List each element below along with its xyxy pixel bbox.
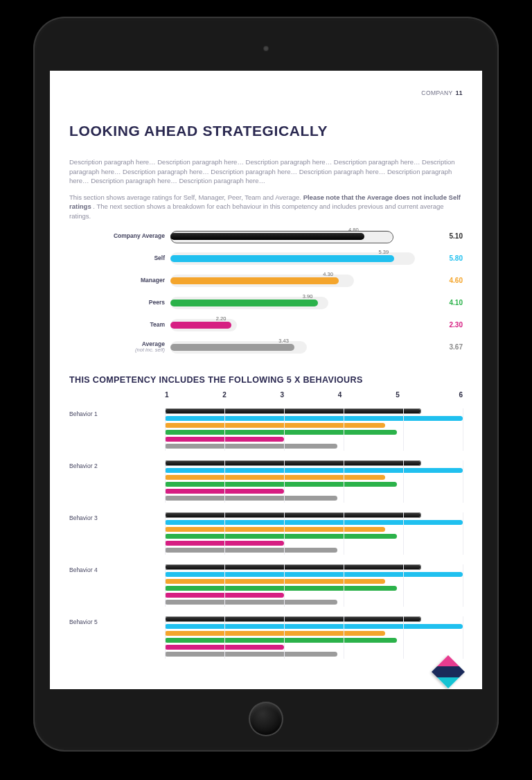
gridline [284,512,285,555]
gridline [403,512,404,555]
gridline [344,460,344,503]
summary-row-score: 4.60 [425,276,463,286]
behaviour-bars [165,564,463,607]
gridline [165,408,166,451]
description-paragraph: Description paragraph here… Description … [69,157,463,186]
gridline [224,408,225,451]
behaviour-bar-gray [165,496,337,501]
summary-row-score: 5.80 [425,254,463,264]
gridline [224,460,225,503]
behaviour-bar-green [165,534,397,539]
axis-tick: 1 [165,390,222,401]
behaviours-title: THIS COMPETENCY INCLUDES THE FOLLOWING 5… [69,374,463,386]
behaviour-row: Behavior 3 [69,512,463,555]
axis-tick: 3 [281,390,338,401]
behaviour-bar-green [165,638,397,643]
summary-row: Self5.395.80 [69,250,463,267]
behaviour-bar-gray [165,600,337,605]
summary-row-bar-value: 5.39 [378,249,389,257]
gridline [284,460,285,503]
behaviour-label: Behavior 3 [69,512,165,555]
report-page: COMPANY 11 LOOKING AHEAD STRATEGICALLY D… [50,71,482,659]
summary-row-label: Company Average [69,233,170,239]
gridline [463,512,463,555]
gridline [284,408,285,451]
summary-row: Company Average4.805.10 [69,228,463,245]
summary-row: Peers3.904.10 [69,295,463,311]
gridline [463,408,463,451]
gridline [403,460,404,503]
gridline [344,616,344,659]
summary-row-bar-value: 4.30 [323,271,333,279]
gridline [165,460,166,503]
gridline [403,616,404,659]
behaviour-bar-blue [165,520,463,525]
behaviour-bar-gray [165,652,337,657]
summary-row-label: Team [69,322,170,328]
gridline [165,616,166,659]
summary-row: Team2.202.30 [69,317,463,333]
summary-row-track: 3.43 [170,340,425,354]
gridline [224,616,225,659]
behaviour-bar-orange [165,527,385,532]
behaviour-bar-black [165,564,421,570]
behaviour-row: Behavior 2 [69,460,463,503]
axis-labels: 123456 [165,390,463,401]
summary-row-bar: 4.80 [170,233,364,240]
note-pre: This section shows average ratings for S… [69,193,303,201]
summary-row-track: 4.80 [170,229,425,243]
screen: COMPANY 11 LOOKING AHEAD STRATEGICALLY D… [50,71,482,689]
axis-tick: 5 [396,390,453,401]
summary-row-label: Average(not inc. self) [69,341,170,353]
summary-row-label: Peers [69,300,170,306]
summary-row-score: 2.30 [425,320,463,331]
behaviour-bar-blue [165,416,463,421]
summary-row-bar: 3.43 [170,344,294,351]
behaviour-bar-green [165,482,397,487]
behaviour-bar-gray [165,444,337,449]
company-label: COMPANY [421,89,452,97]
brand-logo-icon [432,655,465,688]
summary-row-bar-value: 3.43 [278,338,289,345]
gridline [344,564,344,607]
gridline [463,564,463,607]
tablet-frame: COMPANY 11 LOOKING AHEAD STRATEGICALLY D… [33,17,499,752]
summary-row-label: Manager [69,277,170,284]
behaviour-row: Behavior 5 [69,616,463,659]
behaviour-label: Behavior 1 [69,408,165,451]
axis-tick: 6 [453,390,463,401]
behaviour-bar-green [165,586,397,591]
note-post: . The next section shows a breakdown for… [69,202,444,220]
summary-row-track: 4.30 [170,274,425,288]
camera-icon [263,46,269,51]
summary-row-bar: 5.39 [170,255,394,262]
gridline [463,460,463,503]
summary-row-label: Self [69,255,170,261]
behaviour-bar-orange [165,631,385,636]
stage: COMPANY 11 LOOKING AHEAD STRATEGICALLY D… [0,0,532,780]
page-header: COMPANY 11 [69,89,463,97]
summary-row-track: 5.39 [170,252,425,266]
summary-row-score: 4.10 [425,298,463,309]
summary-row-score: 3.67 [425,343,463,353]
gridline [403,564,404,607]
axis-tick: 2 [222,390,280,401]
behaviour-bar-black [165,408,421,414]
behaviour-bars [165,616,463,659]
summary-row-bar-value: 2.20 [216,315,227,323]
gridline [463,616,463,659]
note-paragraph: This section shows average ratings for S… [69,193,463,221]
summary-row-bar-value: 4.80 [348,227,359,234]
page-title: LOOKING AHEAD STRATEGICALLY [69,121,463,141]
behaviour-row: Behavior 4 [69,564,463,607]
behaviour-bars [165,408,463,451]
behaviour-bar-black [165,616,421,622]
summary-row: Average(not inc. self)3.433.67 [69,339,463,356]
behaviour-bar-gray [165,548,337,553]
summary-row: Manager4.304.60 [69,272,463,289]
summary-row-bar-value: 3.90 [303,293,313,301]
gridline [344,408,344,451]
behaviour-row: Behavior 1 [69,408,463,451]
home-button[interactable] [249,702,283,736]
behaviour-label: Behavior 2 [69,460,165,503]
